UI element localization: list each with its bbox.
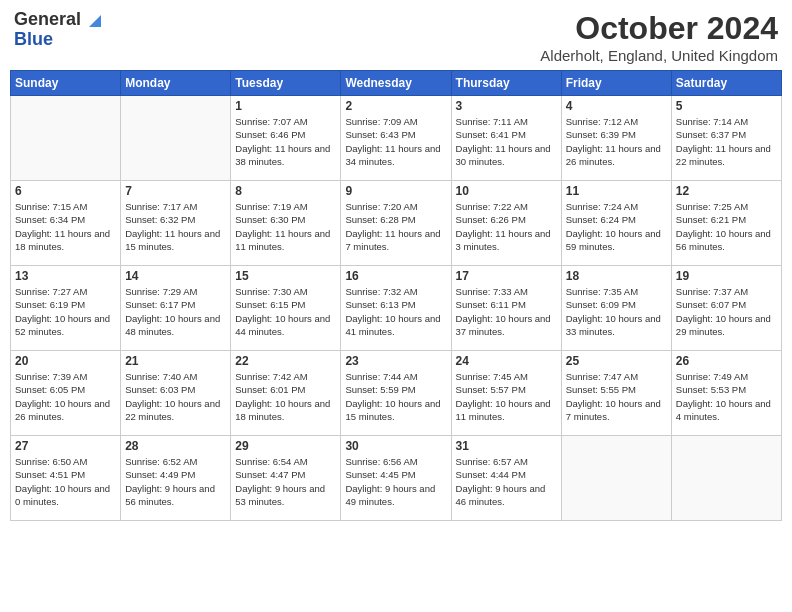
calendar-cell: 15Sunrise: 7:30 AM Sunset: 6:15 PM Dayli… <box>231 266 341 351</box>
calendar-cell: 14Sunrise: 7:29 AM Sunset: 6:17 PM Dayli… <box>121 266 231 351</box>
calendar-cell: 25Sunrise: 7:47 AM Sunset: 5:55 PM Dayli… <box>561 351 671 436</box>
day-number: 25 <box>566 354 667 368</box>
day-number: 20 <box>15 354 116 368</box>
day-info: Sunrise: 7:20 AM Sunset: 6:28 PM Dayligh… <box>345 200 446 253</box>
location: Alderholt, England, United Kingdom <box>540 47 778 64</box>
weekday-header: Sunday <box>11 71 121 96</box>
day-number: 1 <box>235 99 336 113</box>
day-info: Sunrise: 7:32 AM Sunset: 6:13 PM Dayligh… <box>345 285 446 338</box>
day-number: 27 <box>15 439 116 453</box>
day-number: 9 <box>345 184 446 198</box>
calendar-cell: 11Sunrise: 7:24 AM Sunset: 6:24 PM Dayli… <box>561 181 671 266</box>
day-number: 30 <box>345 439 446 453</box>
calendar-cell: 2Sunrise: 7:09 AM Sunset: 6:43 PM Daylig… <box>341 96 451 181</box>
logo-general: General <box>14 10 81 30</box>
day-number: 12 <box>676 184 777 198</box>
day-number: 8 <box>235 184 336 198</box>
week-row-4: 20Sunrise: 7:39 AM Sunset: 6:05 PM Dayli… <box>11 351 782 436</box>
calendar-cell <box>121 96 231 181</box>
day-number: 4 <box>566 99 667 113</box>
calendar-cell: 4Sunrise: 7:12 AM Sunset: 6:39 PM Daylig… <box>561 96 671 181</box>
calendar-cell: 1Sunrise: 7:07 AM Sunset: 6:46 PM Daylig… <box>231 96 341 181</box>
calendar-cell: 7Sunrise: 7:17 AM Sunset: 6:32 PM Daylig… <box>121 181 231 266</box>
day-number: 29 <box>235 439 336 453</box>
weekday-header: Friday <box>561 71 671 96</box>
calendar-cell: 29Sunrise: 6:54 AM Sunset: 4:47 PM Dayli… <box>231 436 341 521</box>
weekday-header: Monday <box>121 71 231 96</box>
day-info: Sunrise: 6:52 AM Sunset: 4:49 PM Dayligh… <box>125 455 226 508</box>
svg-marker-0 <box>89 15 101 27</box>
day-info: Sunrise: 7:33 AM Sunset: 6:11 PM Dayligh… <box>456 285 557 338</box>
calendar-cell: 10Sunrise: 7:22 AM Sunset: 6:26 PM Dayli… <box>451 181 561 266</box>
calendar-cell: 8Sunrise: 7:19 AM Sunset: 6:30 PM Daylig… <box>231 181 341 266</box>
day-info: Sunrise: 7:29 AM Sunset: 6:17 PM Dayligh… <box>125 285 226 338</box>
day-info: Sunrise: 7:25 AM Sunset: 6:21 PM Dayligh… <box>676 200 777 253</box>
calendar-cell: 12Sunrise: 7:25 AM Sunset: 6:21 PM Dayli… <box>671 181 781 266</box>
calendar-cell: 13Sunrise: 7:27 AM Sunset: 6:19 PM Dayli… <box>11 266 121 351</box>
day-number: 16 <box>345 269 446 283</box>
calendar-cell <box>561 436 671 521</box>
day-number: 18 <box>566 269 667 283</box>
calendar-cell: 6Sunrise: 7:15 AM Sunset: 6:34 PM Daylig… <box>11 181 121 266</box>
day-number: 7 <box>125 184 226 198</box>
calendar-cell: 21Sunrise: 7:40 AM Sunset: 6:03 PM Dayli… <box>121 351 231 436</box>
day-number: 22 <box>235 354 336 368</box>
calendar-cell: 17Sunrise: 7:33 AM Sunset: 6:11 PM Dayli… <box>451 266 561 351</box>
title-block: October 2024 Alderholt, England, United … <box>540 10 778 64</box>
calendar-cell: 18Sunrise: 7:35 AM Sunset: 6:09 PM Dayli… <box>561 266 671 351</box>
day-info: Sunrise: 7:47 AM Sunset: 5:55 PM Dayligh… <box>566 370 667 423</box>
calendar-cell: 30Sunrise: 6:56 AM Sunset: 4:45 PM Dayli… <box>341 436 451 521</box>
calendar-table: SundayMondayTuesdayWednesdayThursdayFrid… <box>10 70 782 521</box>
day-info: Sunrise: 6:50 AM Sunset: 4:51 PM Dayligh… <box>15 455 116 508</box>
day-info: Sunrise: 7:40 AM Sunset: 6:03 PM Dayligh… <box>125 370 226 423</box>
week-row-1: 1Sunrise: 7:07 AM Sunset: 6:46 PM Daylig… <box>11 96 782 181</box>
day-number: 15 <box>235 269 336 283</box>
day-number: 11 <box>566 184 667 198</box>
week-row-5: 27Sunrise: 6:50 AM Sunset: 4:51 PM Dayli… <box>11 436 782 521</box>
logo-blue: Blue <box>14 30 53 50</box>
day-info: Sunrise: 7:22 AM Sunset: 6:26 PM Dayligh… <box>456 200 557 253</box>
day-info: Sunrise: 7:37 AM Sunset: 6:07 PM Dayligh… <box>676 285 777 338</box>
calendar-cell: 24Sunrise: 7:45 AM Sunset: 5:57 PM Dayli… <box>451 351 561 436</box>
weekday-header: Wednesday <box>341 71 451 96</box>
calendar-cell: 28Sunrise: 6:52 AM Sunset: 4:49 PM Dayli… <box>121 436 231 521</box>
day-info: Sunrise: 7:45 AM Sunset: 5:57 PM Dayligh… <box>456 370 557 423</box>
day-info: Sunrise: 7:09 AM Sunset: 6:43 PM Dayligh… <box>345 115 446 168</box>
calendar-cell: 16Sunrise: 7:32 AM Sunset: 6:13 PM Dayli… <box>341 266 451 351</box>
day-number: 21 <box>125 354 226 368</box>
day-number: 10 <box>456 184 557 198</box>
day-info: Sunrise: 7:24 AM Sunset: 6:24 PM Dayligh… <box>566 200 667 253</box>
calendar-cell: 3Sunrise: 7:11 AM Sunset: 6:41 PM Daylig… <box>451 96 561 181</box>
calendar-cell: 22Sunrise: 7:42 AM Sunset: 6:01 PM Dayli… <box>231 351 341 436</box>
day-number: 3 <box>456 99 557 113</box>
day-info: Sunrise: 6:54 AM Sunset: 4:47 PM Dayligh… <box>235 455 336 508</box>
day-info: Sunrise: 7:42 AM Sunset: 6:01 PM Dayligh… <box>235 370 336 423</box>
day-number: 19 <box>676 269 777 283</box>
day-number: 2 <box>345 99 446 113</box>
day-number: 6 <box>15 184 116 198</box>
day-info: Sunrise: 7:12 AM Sunset: 6:39 PM Dayligh… <box>566 115 667 168</box>
weekday-header: Tuesday <box>231 71 341 96</box>
calendar-cell: 9Sunrise: 7:20 AM Sunset: 6:28 PM Daylig… <box>341 181 451 266</box>
day-number: 17 <box>456 269 557 283</box>
week-row-2: 6Sunrise: 7:15 AM Sunset: 6:34 PM Daylig… <box>11 181 782 266</box>
day-info: Sunrise: 7:44 AM Sunset: 5:59 PM Dayligh… <box>345 370 446 423</box>
day-number: 5 <box>676 99 777 113</box>
day-info: Sunrise: 6:56 AM Sunset: 4:45 PM Dayligh… <box>345 455 446 508</box>
day-number: 24 <box>456 354 557 368</box>
page-header: General Blue October 2024 Alderholt, Eng… <box>10 10 782 64</box>
calendar-cell <box>671 436 781 521</box>
logo: General Blue <box>14 10 103 50</box>
calendar-cell: 26Sunrise: 7:49 AM Sunset: 5:53 PM Dayli… <box>671 351 781 436</box>
day-number: 23 <box>345 354 446 368</box>
day-info: Sunrise: 7:07 AM Sunset: 6:46 PM Dayligh… <box>235 115 336 168</box>
calendar-cell <box>11 96 121 181</box>
day-number: 14 <box>125 269 226 283</box>
logo-icon <box>83 9 103 29</box>
calendar-cell: 27Sunrise: 6:50 AM Sunset: 4:51 PM Dayli… <box>11 436 121 521</box>
weekday-header-row: SundayMondayTuesdayWednesdayThursdayFrid… <box>11 71 782 96</box>
day-info: Sunrise: 7:30 AM Sunset: 6:15 PM Dayligh… <box>235 285 336 338</box>
day-info: Sunrise: 7:19 AM Sunset: 6:30 PM Dayligh… <box>235 200 336 253</box>
calendar-cell: 23Sunrise: 7:44 AM Sunset: 5:59 PM Dayli… <box>341 351 451 436</box>
day-info: Sunrise: 7:35 AM Sunset: 6:09 PM Dayligh… <box>566 285 667 338</box>
